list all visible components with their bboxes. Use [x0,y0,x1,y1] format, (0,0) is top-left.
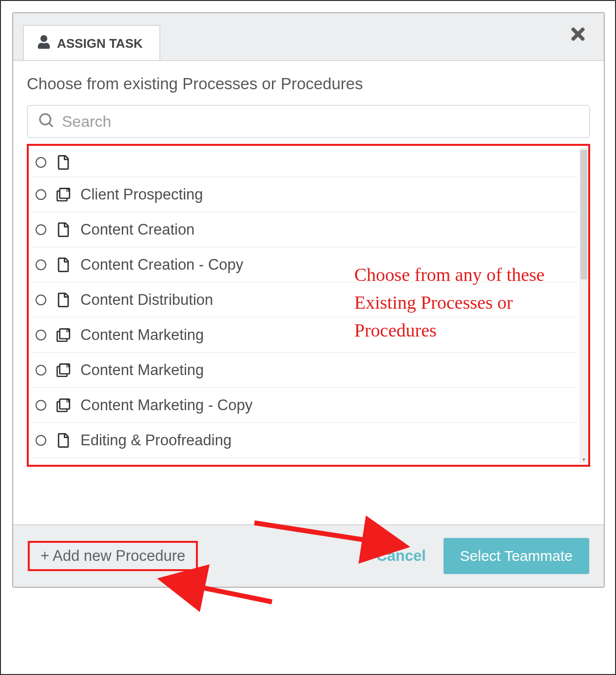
radio-button[interactable] [36,365,46,376]
list-item-label: Content Creation - Copy [80,256,243,274]
radio-button[interactable] [36,295,46,305]
radio-button[interactable] [36,224,46,235]
tab-assign-task[interactable]: ASSIGN TASK [23,25,160,61]
document-icon [56,155,71,170]
document-icon [56,293,71,307]
list-item-label: Content Marketing [80,326,204,344]
process-list-scroll[interactable]: Client ProspectingContent CreationConten… [32,148,588,463]
document-icon [56,222,71,237]
list-item[interactable] [32,148,578,177]
cancel-label: Cancel [376,547,426,565]
list-item-label: Content Marketing [80,361,204,379]
radio-button[interactable] [36,189,46,200]
modal-header: ASSIGN TASK [13,13,604,60]
search-input[interactable] [62,113,578,131]
documents-stack-icon [56,362,71,378]
modal-body: Choose from existing Processes or Proced… [13,60,604,524]
process-list-highlight: Client ProspectingContent CreationConten… [27,144,590,467]
documents-stack-icon [56,187,71,202]
search-field[interactable] [27,105,590,138]
select-teammate-button[interactable]: Select Teammate [443,538,589,574]
radio-button[interactable] [36,259,46,270]
assign-task-modal: ASSIGN TASK Choose from existing Process… [12,12,605,588]
list-item-label: Editing & Proofreading [80,432,231,449]
document-icon [56,433,71,448]
add-new-procedure-label: + Add new Procedure [40,547,185,565]
list-item-label: Content Creation [80,221,194,238]
list-item[interactable]: Content Distribution [32,282,578,318]
prompt-text: Choose from existing Processes or Proced… [27,75,590,93]
scrollbar[interactable]: ▴ ▾ [579,148,588,463]
list-item-label: Client Prospecting [80,186,203,203]
cancel-button[interactable]: Cancel [349,547,439,565]
list-item[interactable]: Client Prospecting [32,177,578,212]
radio-button[interactable] [36,330,46,340]
close-icon [568,24,588,46]
search-icon [38,113,53,130]
scrollbar-thumb[interactable] [580,150,587,279]
scroll-down-icon[interactable]: ▾ [579,455,588,463]
tab-label: ASSIGN TASK [57,36,143,51]
list-item[interactable]: Editing & Proofreading [32,423,578,458]
list-item[interactable]: Content Marketing [32,318,578,353]
list-item[interactable]: Content Creation - Copy [32,247,578,282]
list-item[interactable]: Content Marketing - Copy [32,388,578,423]
close-button[interactable] [566,23,590,47]
select-teammate-label: Select Teammate [460,548,573,564]
list-item-label: Content Marketing - Copy [80,397,252,414]
process-list: Client ProspectingContent CreationConten… [32,148,578,458]
radio-button[interactable] [36,157,46,168]
list-item-label: Content Distribution [80,291,213,309]
person-icon [38,35,50,52]
radio-button[interactable] [36,400,46,411]
documents-stack-icon [56,327,71,343]
modal-footer: + Add new Procedure Cancel Select Teamma… [13,524,604,587]
list-item[interactable]: Content Creation [32,212,578,247]
add-new-procedure-button[interactable]: + Add new Procedure [28,541,198,571]
document-icon [56,258,71,272]
list-item[interactable]: Content Marketing [32,353,578,388]
radio-button[interactable] [36,435,46,446]
documents-stack-icon [56,397,71,413]
cancel-x-icon [362,547,372,565]
